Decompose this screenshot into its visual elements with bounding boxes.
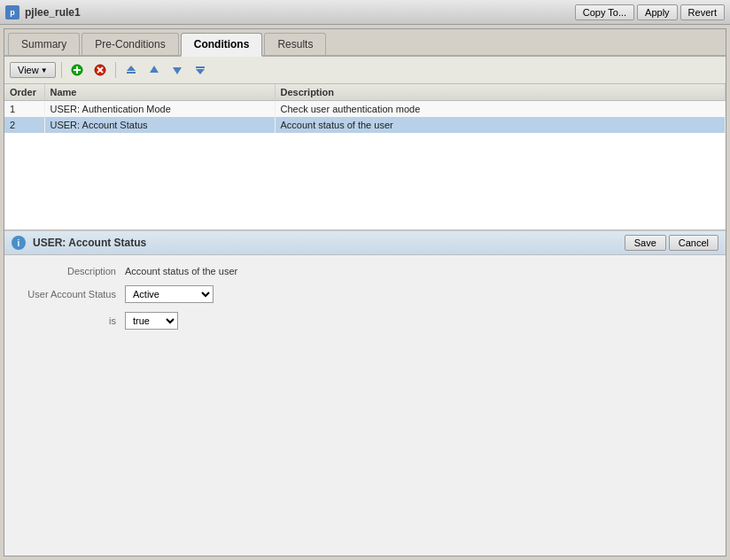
detail-body: Description Account status of the user U…	[4, 255, 726, 349]
tab-conditions[interactable]: Conditions	[181, 33, 263, 57]
window-icon-label: p	[10, 8, 15, 17]
move-down-button[interactable]	[167, 60, 187, 80]
row2-name: USER: Account Status	[44, 117, 275, 133]
svg-marker-10	[196, 69, 205, 74]
row2-order: 2	[4, 117, 44, 133]
move-top-button[interactable]	[121, 60, 141, 80]
col-header-order: Order	[4, 84, 44, 101]
row1-description: Check user authentication mode	[275, 101, 726, 118]
copy-to-button[interactable]: Copy To...	[575, 4, 634, 20]
is-row: is true false	[19, 312, 711, 330]
title-bar-buttons: Copy To... Apply Revert	[575, 4, 725, 20]
revert-button[interactable]: Revert	[680, 4, 725, 20]
tabs-bar: Summary Pre-Conditions Conditions Result…	[4, 29, 726, 57]
apply-button[interactable]: Apply	[637, 4, 678, 20]
cancel-button[interactable]: Cancel	[669, 235, 718, 251]
user-account-status-label: User Account Status	[19, 289, 125, 299]
table-row[interactable]: 1 USER: Authentication Mode Check user a…	[4, 101, 726, 118]
row1-name: USER: Authentication Mode	[44, 101, 275, 118]
plus-icon	[71, 64, 83, 76]
move-bottom-button[interactable]	[190, 60, 210, 80]
window-icon: p	[5, 5, 19, 19]
tab-pre-conditions[interactable]: Pre-Conditions	[82, 33, 178, 55]
svg-marker-8	[150, 66, 159, 73]
description-label: Description	[19, 266, 125, 276]
info-icon: i	[12, 236, 26, 250]
svg-marker-9	[173, 67, 182, 74]
move-top-icon	[125, 64, 137, 76]
detail-panel: i USER: Account Status Save Cancel Descr…	[4, 230, 726, 556]
detail-header: i USER: Account Status Save Cancel	[4, 231, 726, 255]
user-account-status-select[interactable]: Active Inactive Locked	[125, 285, 214, 303]
user-account-status-row: User Account Status Active Inactive Lock…	[19, 285, 711, 303]
delete-button[interactable]	[90, 60, 110, 80]
row2-description: Account status of the user	[275, 117, 726, 133]
toolbar-separator	[61, 62, 62, 78]
toolbar: View ▼	[4, 57, 726, 84]
view-dropdown-button[interactable]: View ▼	[10, 62, 56, 78]
conditions-table-area: Order Name Description 1 USER: Authentic…	[4, 84, 726, 230]
col-header-name: Name	[44, 84, 275, 101]
title-bar: p pjlee_rule1 Copy To... Apply Revert	[0, 0, 730, 25]
x-icon	[94, 64, 106, 76]
is-select[interactable]: true false	[125, 312, 178, 330]
toolbar-separator-2	[115, 62, 116, 78]
description-value: Account status of the user	[125, 266, 237, 276]
table-header-row: Order Name Description	[4, 84, 726, 101]
window-title: pjlee_rule1	[25, 6, 575, 19]
is-label: is	[19, 315, 125, 326]
save-button[interactable]: Save	[625, 235, 666, 251]
move-up-button[interactable]	[144, 60, 164, 80]
add-button[interactable]	[67, 60, 87, 80]
row1-order: 1	[4, 101, 44, 118]
svg-marker-6	[127, 66, 136, 71]
move-bottom-icon	[194, 64, 206, 76]
table-row[interactable]: 2 USER: Account Status Account status of…	[4, 117, 726, 133]
description-row: Description Account status of the user	[19, 266, 711, 276]
tab-results[interactable]: Results	[264, 33, 326, 55]
chevron-down-icon: ▼	[41, 66, 48, 74]
main-content: Summary Pre-Conditions Conditions Result…	[4, 28, 726, 556]
detail-action-buttons: Save Cancel	[625, 235, 718, 251]
move-down-icon	[171, 64, 183, 76]
svg-rect-11	[196, 66, 205, 68]
detail-title: USER: Account Status	[33, 237, 625, 249]
svg-rect-7	[127, 72, 136, 74]
col-header-description: Description	[275, 84, 726, 101]
conditions-table: Order Name Description 1 USER: Authentic…	[4, 84, 726, 133]
tab-summary[interactable]: Summary	[8, 33, 80, 55]
move-up-icon	[148, 64, 160, 76]
